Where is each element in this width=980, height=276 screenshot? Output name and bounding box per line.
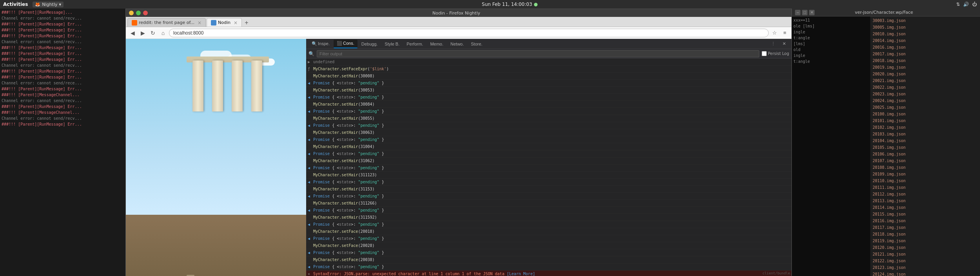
console-line: ◀ Promise { <state>: "pending" } bbox=[306, 136, 791, 143]
file-item[interactable]: 20016.img.json bbox=[872, 44, 978, 51]
rt-line: old bbox=[793, 47, 869, 53]
persist-log-checkbox[interactable] bbox=[762, 51, 767, 56]
file-item[interactable]: 20022.img.json bbox=[872, 84, 978, 91]
devtools-tab-style[interactable]: Style B. bbox=[381, 40, 403, 48]
learn-more-link[interactable]: [Learn More] bbox=[507, 272, 535, 276]
file-item[interactable]: 20024.img.json bbox=[872, 97, 978, 104]
file-item[interactable]: 20106.img.json bbox=[872, 151, 978, 157]
right-minimize[interactable]: – bbox=[795, 10, 800, 15]
bookmark-button[interactable]: ☆ bbox=[770, 29, 779, 37]
file-item[interactable]: 20120.img.json bbox=[872, 244, 978, 251]
tab-nodin-label: Nodin bbox=[218, 20, 230, 25]
console-line: MyCharacter.setHair(311123) bbox=[306, 172, 791, 179]
devtools-toolbar: 🔍Inspe. ⬛Cons. Debugg. Style B. Perform.… bbox=[306, 39, 791, 49]
right-close[interactable]: ✕ bbox=[809, 10, 815, 15]
file-item[interactable]: 20114.img.json bbox=[872, 204, 978, 211]
forward-button[interactable]: ▶ bbox=[138, 29, 147, 37]
file-item[interactable]: 20111.img.json bbox=[872, 184, 978, 191]
devtools-tab-network[interactable]: Netwo. bbox=[447, 40, 467, 48]
file-item[interactable]: 20105.img.json bbox=[872, 144, 978, 151]
file-item[interactable]: 30003.img.json bbox=[872, 17, 978, 24]
nightly-menu[interactable]: 🦊 Nightly ▾ bbox=[33, 2, 64, 7]
file-item[interactable]: 20021.img.json bbox=[872, 77, 978, 84]
devtools-tab-console[interactable]: ⬛Cons. bbox=[334, 40, 358, 48]
file-item[interactable]: 20110.img.json bbox=[872, 177, 978, 184]
term-line: ###!!! [Parent][RunMessage] Err... bbox=[2, 33, 124, 39]
devtools-close-button[interactable]: ✕ bbox=[779, 40, 789, 48]
rt-line: ingle bbox=[793, 29, 869, 35]
tab-reddit[interactable]: reddit: the front page of... × bbox=[127, 18, 206, 27]
devtools-tab-storage[interactable]: Store. bbox=[468, 40, 485, 48]
file-item[interactable]: 20112.img.json bbox=[872, 191, 978, 197]
file-item[interactable]: 20010.img.json bbox=[872, 31, 978, 37]
rt-line: t:angle bbox=[793, 58, 869, 64]
term-line: ###!!! [Parent][RunMessage] Err... bbox=[2, 86, 124, 92]
error-source: client/bundle.js bbox=[762, 271, 790, 276]
console-line: MyCharacter.setHair(31153) bbox=[306, 186, 791, 193]
rt-line: t:angle bbox=[793, 35, 869, 41]
console-line: MyCharacter.setHair(31062) bbox=[306, 157, 791, 165]
reload-button[interactable]: ↻ bbox=[149, 29, 157, 37]
file-item[interactable]: 20101.img.json bbox=[872, 117, 978, 124]
minimize-button[interactable] bbox=[129, 11, 134, 15]
term-line: ###!!! [Parent][RunMessage] Err... bbox=[2, 27, 124, 33]
maximize-button[interactable] bbox=[136, 11, 141, 15]
file-item[interactable]: 20109.img.json bbox=[872, 171, 978, 177]
file-item[interactable]: 30005.img.json bbox=[872, 24, 978, 31]
url-input[interactable] bbox=[169, 29, 769, 37]
file-item[interactable]: 20123.img.json bbox=[872, 264, 978, 271]
devtools-options-button[interactable]: ⋮ bbox=[768, 40, 779, 48]
back-button[interactable]: ◀ bbox=[128, 29, 137, 37]
file-item[interactable]: 20117.img.json bbox=[872, 224, 978, 231]
file-item[interactable]: 20019.img.json bbox=[872, 64, 978, 71]
nodin-favicon bbox=[211, 20, 216, 26]
file-item[interactable]: 20107.img.json bbox=[872, 157, 978, 164]
file-item[interactable]: 20119.img.json bbox=[872, 238, 978, 244]
tab-nodin-close[interactable]: × bbox=[234, 20, 238, 26]
file-item[interactable]: 20121.img.json bbox=[872, 251, 978, 258]
close-button[interactable] bbox=[143, 11, 148, 15]
rt-line: xxx==11 bbox=[793, 17, 869, 23]
tab-nodin[interactable]: Nodin × bbox=[207, 18, 242, 27]
file-item[interactable]: 20017.img.json bbox=[872, 51, 978, 57]
rt-line: ingle bbox=[793, 53, 869, 58]
new-tab-button[interactable]: + bbox=[243, 19, 250, 27]
file-item[interactable]: 20116.img.json bbox=[872, 218, 978, 224]
file-item[interactable]: 20102.img.json bbox=[872, 124, 978, 131]
file-item[interactable]: 20104.img.json bbox=[872, 137, 978, 144]
console-line: ◀ Promise { <state>: "pending" } bbox=[306, 235, 791, 242]
file-item[interactable]: 20025.img.json bbox=[872, 104, 978, 111]
file-item[interactable]: 20023.img.json bbox=[872, 91, 978, 97]
persist-log-label[interactable]: Persist Log bbox=[762, 51, 789, 56]
console-line: MyCharacter.setHair(30008) bbox=[306, 73, 791, 80]
column-2 bbox=[212, 60, 223, 111]
devtools-tab-debugger[interactable]: Debugg. bbox=[358, 40, 381, 48]
menu-button[interactable]: ≡ bbox=[780, 29, 789, 37]
file-item[interactable]: 20115.img.json bbox=[872, 211, 978, 218]
file-item[interactable]: 20113.img.json bbox=[872, 197, 978, 204]
home-button[interactable]: ⌂ bbox=[159, 29, 167, 37]
file-item[interactable]: 20103.img.json bbox=[872, 131, 978, 137]
file-item[interactable]: 20100.img.json bbox=[872, 111, 978, 117]
topbar: Activities 🦊 Nightly ▾ Sun Feb 11, 14:00… bbox=[0, 0, 980, 9]
term-line: Channel error: cannot send/recv... bbox=[2, 98, 124, 104]
system-time: Sun Feb 11, 14:00:03 ● bbox=[68, 2, 951, 7]
file-item[interactable]: 20020.img.json bbox=[872, 71, 978, 77]
console-line: ƒ MyCharacter.setFaceExpr('$link') bbox=[306, 66, 791, 73]
column-1 bbox=[192, 60, 203, 111]
devtools-tab-memory[interactable]: Memo. bbox=[427, 40, 446, 48]
file-item[interactable]: 20122.img.json bbox=[872, 258, 978, 264]
filter-input[interactable] bbox=[317, 50, 759, 57]
activities-label[interactable]: Activities bbox=[3, 2, 28, 7]
tab-reddit-close[interactable]: × bbox=[198, 20, 201, 26]
right-maximize[interactable]: □ bbox=[802, 10, 808, 15]
file-item[interactable]: 20014.img.json bbox=[872, 37, 978, 44]
file-item[interactable]: 20018.img.json bbox=[872, 57, 978, 64]
console-line: ◀ Promise { <state>: "pending" } bbox=[306, 94, 791, 101]
devtools-tab-performance[interactable]: Perform. bbox=[403, 40, 426, 48]
file-item[interactable]: 20108.img.json bbox=[872, 164, 978, 171]
devtools-tab-inspector[interactable]: 🔍Inspe. bbox=[309, 40, 333, 48]
file-item[interactable]: 20124.img.json bbox=[872, 271, 978, 276]
file-item[interactable]: 20118.img.json bbox=[872, 231, 978, 238]
console-line: MyCharacter.setHair(30055) bbox=[306, 115, 791, 122]
